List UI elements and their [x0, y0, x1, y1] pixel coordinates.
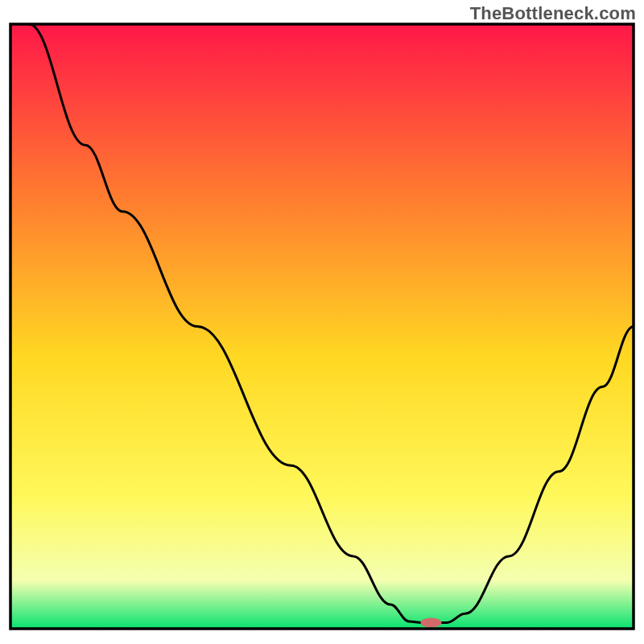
- plot-background: [10, 24, 634, 629]
- watermark-text: TheBottleneck.com: [470, 3, 636, 24]
- bottleneck-chart: [0, 0, 644, 644]
- optimal-marker: [421, 618, 442, 628]
- chart-container: TheBottleneck.com: [0, 0, 644, 644]
